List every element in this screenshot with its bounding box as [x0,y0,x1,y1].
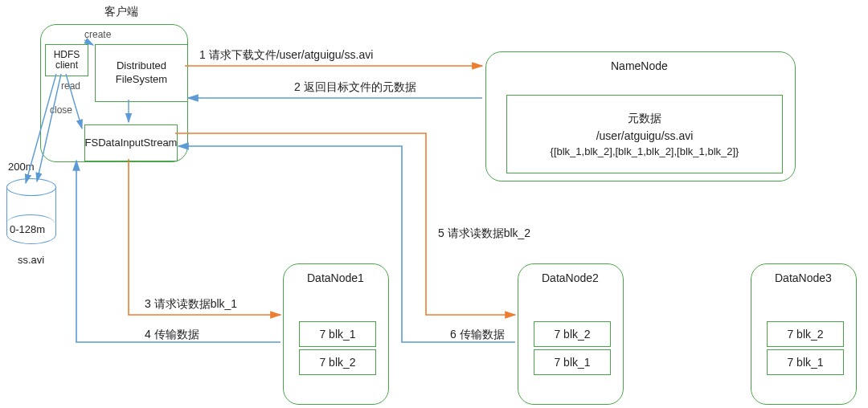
client-title: 客户端 [104,5,138,19]
step1-label: 1 请求下载文件/user/atguigu/ss.avi [199,48,373,63]
read-label: read [61,80,80,92]
dn3-blk1: 7 blk_2 [767,321,844,347]
metadata-box: 元数据 /user/atguigu/ss.avi {[blk_1,blk_2],… [506,95,783,173]
metadata-title: 元数据 [628,112,661,126]
create-label: create [84,29,111,40]
step6-label: 6 传输数据 [450,328,505,342]
close-label: close [50,104,72,116]
dn1-blk2: 7 blk_2 [299,349,376,375]
step5-label: 5 请求读数据blk_2 [438,226,530,241]
hdfs-client: HDFS client [45,44,88,76]
file-cylinder-top [6,178,56,196]
fs-data-input-stream: FSDataInputStream [84,124,178,161]
dn3-blk2: 7 blk_1 [767,349,844,375]
cylinder-file: ss.avi [18,254,44,266]
namenode-title: NameNode [611,59,668,72]
datanode2-title: DataNode2 [542,271,599,284]
dn2-blk2: 7 blk_1 [534,349,611,375]
dn1-blk1: 7 blk_1 [299,321,376,347]
step2-label: 2 返回目标文件的元数据 [294,80,416,95]
dn2-blk1: 7 blk_2 [534,321,611,347]
datanode3-title: DataNode3 [775,271,832,284]
cylinder-range: 0-128m [10,223,45,235]
datanode1-title: DataNode1 [307,271,364,284]
step3-label: 3 请求读数据blk_1 [145,297,237,312]
cylinder-size: 200m [8,161,35,173]
metadata-path: /user/atguigu/ss.avi [596,129,694,142]
distributed-filesystem: Distributed FileSystem [95,44,188,102]
step4-label: 4 传输数据 [145,328,199,342]
metadata-blocks: {[blk_1,blk_2],[blk_1,blk_2],[blk_1,blk_… [551,145,739,157]
